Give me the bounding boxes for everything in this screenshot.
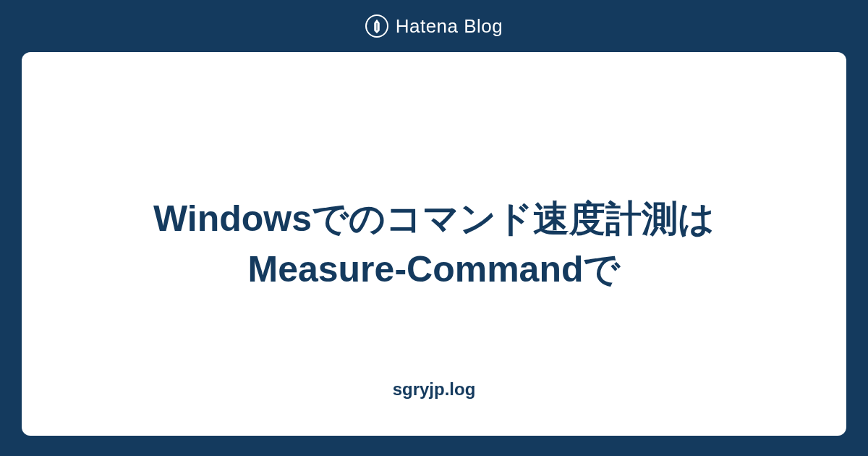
header: Hatena Blog	[365, 0, 503, 52]
blog-name: sgryjp.log	[393, 379, 476, 400]
brand-text: Hatena Blog	[396, 15, 503, 38]
article-title: Windowsでのコマンド速度計測はMeasure-Commandで	[109, 193, 760, 295]
article-card: Windowsでのコマンド速度計測はMeasure-Commandで sgryj…	[22, 52, 846, 436]
pen-icon	[365, 14, 388, 38]
